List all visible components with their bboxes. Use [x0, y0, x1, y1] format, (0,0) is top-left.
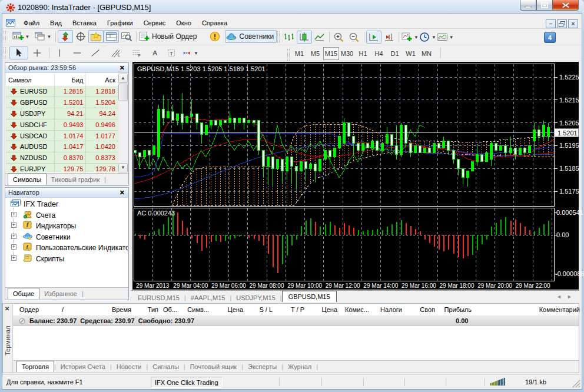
svg-text:29 Mar 04:00: 29 Mar 04:00 — [173, 283, 208, 289]
svg-text:-0.000086: -0.000086 — [555, 270, 584, 277]
svg-text:29 Mar 20:00: 29 Mar 20:00 — [477, 283, 512, 289]
svg-text:29 Mar 14:00: 29 Mar 14:00 — [363, 283, 398, 289]
svg-text:E: E — [118, 53, 120, 57]
svg-text:1.5201: 1.5201 — [558, 129, 578, 137]
svg-text:29 Mar 16:00: 29 Mar 16:00 — [402, 283, 436, 289]
svg-text:GBPUSD,M15 1.5203 1.5205 1.51: GBPUSD,M15 1.5203 1.5205 1.5189 1.5201 — [137, 65, 266, 72]
svg-text:A: A — [152, 49, 157, 57]
svg-text:T: T — [170, 50, 173, 57]
svg-text:29 Mar 06:00: 29 Mar 06:00 — [211, 283, 246, 289]
svg-text:1.5175: 1.5175 — [559, 188, 579, 195]
svg-text:29 Mar 12:00: 29 Mar 12:00 — [326, 283, 360, 289]
svg-text:F: F — [138, 54, 140, 58]
svg-text:1.5225: 1.5225 — [559, 74, 579, 81]
svg-text:1.5195: 1.5195 — [559, 142, 579, 149]
svg-text:1.5205: 1.5205 — [559, 119, 579, 127]
svg-text:29 Mar 08:00: 29 Mar 08:00 — [250, 283, 284, 289]
svg-text:29 Mar 2013: 29 Mar 2013 — [136, 283, 170, 289]
svg-text:0.00: 0.00 — [556, 231, 569, 238]
svg-text:29 Mar 18:00: 29 Mar 18:00 — [440, 283, 474, 289]
svg-text:29 Mar 22:00: 29 Mar 22:00 — [516, 283, 550, 289]
svg-text:AC 0.000243: AC 0.000243 — [137, 210, 175, 217]
svg-text:1.5215: 1.5215 — [559, 97, 579, 104]
svg-text:29 Mar 10:00: 29 Mar 10:00 — [287, 283, 322, 289]
svg-text:0.000541: 0.000541 — [556, 209, 583, 216]
svg-text:1.5185: 1.5185 — [559, 165, 579, 172]
